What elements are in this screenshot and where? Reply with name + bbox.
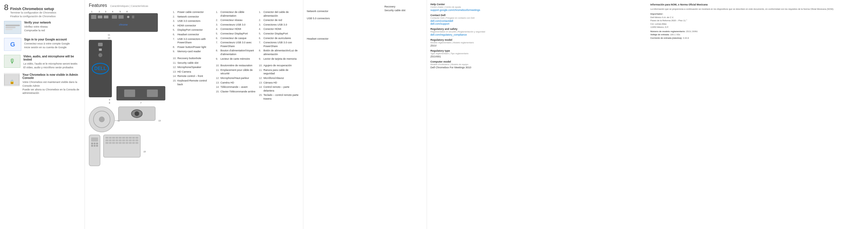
webcam-container: 13 [118, 107, 156, 132]
current-label: Corriente de entrada (máxima): [650, 37, 682, 39]
main-wrapper: 8 Finish Chromebox setup Terminer la con… [0, 0, 868, 229]
voltage-label: Voltaje de entrada: [650, 33, 670, 36]
feat-es-1: 1.Conector del cable de alimentación [259, 10, 299, 17]
help-center-entry: Help Center Centre d'aide | Centro de ay… [430, 3, 645, 11]
key [135, 140, 138, 141]
key [112, 142, 115, 144]
step-1-fr: Vérifiez votre réseau [24, 25, 51, 29]
feat-en-7: 7.USB 3.0 connectors with PowerShare [173, 37, 213, 44]
feat-fr-12: 12.Microphone/Haut-parleur [216, 76, 256, 80]
usb-port-1 [98, 15, 102, 18]
step-1-es: Compruebe la red [24, 29, 51, 32]
feat-en-5: 5.DisplayPort connector [173, 28, 213, 32]
usb5-label: USB 5.0 connectors [307, 17, 330, 20]
key [109, 140, 112, 141]
feat-en-3: 3.USB 3.0 connectors [173, 19, 213, 23]
features-subtitle-es: Características [131, 5, 148, 7]
feat-fr-9: 9.Lecteur de carte mémoire [216, 57, 256, 61]
key [119, 142, 122, 144]
remote-btn [94, 145, 96, 147]
remote-devices: 14 [89, 135, 169, 166]
feat-en-2: 2.Network connector [173, 15, 213, 18]
webcam-device [118, 107, 156, 121]
side-num-9: 9 [109, 99, 110, 101]
port-num-1: 1 [91, 10, 92, 13]
step-4: 🔒 Your Chromebox is now visible in Admin… [4, 73, 81, 95]
section-header: 8 Finish Chromebox setup Terminer la con… [4, 3, 81, 18]
help-center-sub: Centre d'aide | Centro de ayuda [430, 6, 645, 8]
key [126, 142, 128, 144]
ethernet-port [91, 15, 96, 19]
key [109, 142, 112, 144]
side-port-small [99, 48, 102, 51]
chromebox-top-view: chrome [89, 13, 158, 32]
contact-dell-entry: Contact Dell Contacter Dell | Póngase en… [430, 14, 645, 25]
chrome-brand-label: chrome [119, 23, 128, 26]
keyboard-row-2 [105, 140, 138, 141]
side-num-11: 11 [108, 34, 110, 36]
info-panel: Help Center Centre d'aide | Centro de ay… [427, 0, 868, 229]
reg-safety-label: Regulatory and safety [430, 28, 645, 30]
features-subtitle-fr: Caractéristiques [110, 5, 129, 7]
feat-en-10: 10.Recovery buttonhole [173, 56, 213, 60]
step-4-es: Puede ver ahora su Chromebox en la Conso… [23, 88, 81, 95]
importer-address: Paseo de la Reforma 2620 – Piso 11.° Col… [650, 19, 865, 29]
hdmi-port [112, 15, 117, 18]
key [126, 140, 128, 141]
section-title: Finish Chromebox setup [10, 7, 56, 11]
displayport [119, 15, 124, 18]
usb-bottom-2 [147, 89, 158, 97]
feat-es-6: 6.Conector de auriculares [259, 36, 299, 40]
feat-es-15: 15.Teclado – control remoto parte traser… [259, 93, 299, 101]
top-callout-labels: Network connector USB 5.0 connectors Rec… [307, 5, 423, 45]
step-4-title: Your Chromebox is now visible in Admin C… [23, 73, 81, 79]
feature-lists: 1.Power cable connector 2.Network connec… [173, 10, 299, 166]
features-title: Features [89, 3, 107, 8]
lock-icon: 🔒 [9, 79, 14, 84]
step-3-text: Video, audio, and microphone will be tes… [23, 55, 81, 69]
feat-en-9: 9.Memory-card reader [173, 50, 213, 53]
top-port-row [91, 15, 156, 19]
port-num-6: 6 [126, 10, 128, 13]
nom-text: La información que se proporciona a cont… [650, 7, 865, 11]
key [135, 142, 138, 144]
contact-dell-label: Contact Dell [430, 14, 645, 16]
side-number-labels-bottom: 9 8 [89, 99, 112, 104]
speakerphone-inner [93, 111, 111, 128]
feat-fr-13: 13.Caméra HD [216, 81, 256, 85]
feat-en-1: 1.Power cable connector [173, 10, 213, 14]
webcam-lens [131, 109, 143, 118]
remote-btn [96, 145, 98, 147]
model-reg-val: Z01V, D09U [686, 30, 698, 33]
side-num-8: 8 [109, 102, 110, 104]
computer-model-val: Dell Chromebox For Meetings 3010 [430, 66, 645, 69]
feat-en-6: 6.Headset connector [173, 33, 213, 36]
webcam-callout-num: 13 [158, 119, 161, 122]
voltage-val: 100-1 VDc [670, 33, 680, 36]
feat-es-12: 12.Micrófono/Altavoz [259, 76, 299, 80]
step-3: 🎙 Video, audio, and microphone will be t… [4, 55, 81, 69]
feat-fr-7: 7.Connecteurs USB 3.0 avec PowerShare [216, 41, 256, 48]
chrome-label-area: chrome [91, 19, 156, 30]
computer-model-sub: Modèle d'ordinateur | Modelo de equipo [430, 63, 645, 66]
importer-name: Dell México S.A. de C.V. [650, 16, 865, 19]
contact-dell-sub: Contacter Dell | Póngase en contacto con… [430, 16, 645, 19]
key [112, 140, 115, 141]
chromebox-bottom-view [117, 86, 165, 101]
side-num-10: 10 [108, 37, 110, 39]
feat-es-14: 14.Control remoto – parte delantera [259, 85, 299, 92]
section-title-block: Finish Chromebox setup Terminer la confi… [10, 7, 56, 18]
section-subtitle-fr: Terminer la configuration de Chromebox [10, 11, 56, 15]
reg-type-label: Regulatory type [430, 49, 645, 52]
reg-safety-entry: Regulatory and safety Réglementation et … [430, 28, 645, 36]
key [122, 142, 125, 144]
section-number: 8 [4, 3, 9, 11]
speakerphone-device [89, 107, 115, 132]
step-1-image [4, 21, 21, 34]
remote-screen [91, 138, 98, 142]
feat-en-12: 12.Microphone/Speaker [173, 66, 213, 69]
keyboard-remote-container: 15 [103, 135, 141, 166]
remote-small-device [89, 135, 100, 166]
step-3-image: 🎙 [4, 55, 21, 68]
reg-model-entry: Regulatory model Modèle réglementaire | … [430, 38, 645, 47]
